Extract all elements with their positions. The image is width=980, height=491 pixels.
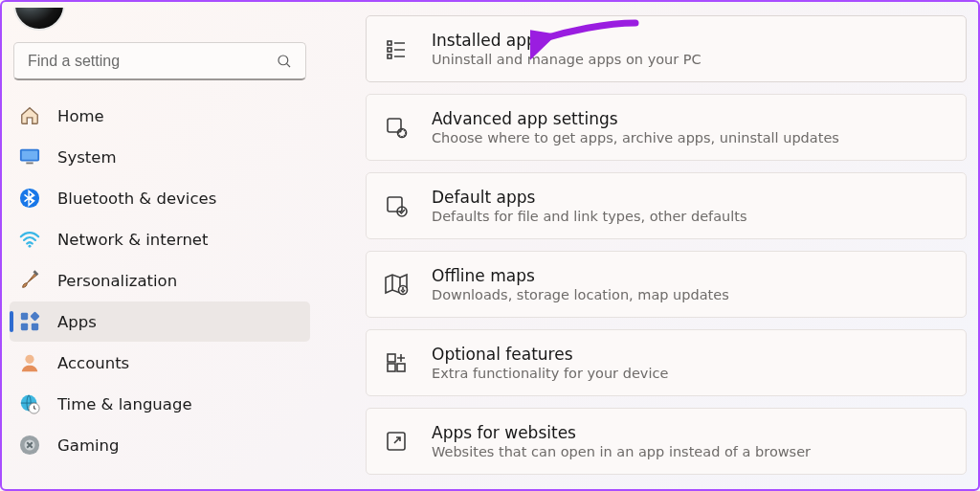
card-title: Default apps [432,188,747,207]
card-optional-features[interactable]: Optional features Extra functionality fo… [366,329,967,396]
svg-point-6 [29,245,32,248]
sidebar-item-label: Personalization [57,272,177,290]
gaming-icon [19,435,40,456]
wifi-icon [19,229,40,250]
card-subtitle: Uninstall and manage apps on your PC [432,52,702,67]
main-content: Installed apps Uninstall and manage apps… [318,2,978,489]
card-title: Apps for websites [432,423,811,442]
card-advanced-app-settings[interactable]: Advanced app settings Choose where to ge… [366,94,967,161]
sidebar-item-accounts[interactable]: Accounts [10,343,310,383]
svg-rect-8 [21,313,28,320]
sidebar-item-gaming[interactable]: Gaming [10,425,310,465]
installed-apps-icon [384,36,409,61]
svg-rect-28 [388,354,395,362]
card-subtitle: Websites that can open in an app instead… [432,444,811,459]
svg-rect-9 [30,311,39,321]
svg-rect-19 [388,48,391,52]
svg-rect-25 [388,197,402,212]
sidebar-item-home[interactable]: Home [10,96,310,136]
default-apps-icon [384,193,409,218]
paintbrush-icon [19,270,40,291]
card-title: Advanced app settings [432,109,839,128]
card-title: Installed apps [432,31,702,50]
svg-line-1 [286,63,290,67]
card-title: Offline maps [432,266,729,285]
svg-rect-10 [21,324,28,330]
user-avatar[interactable] [13,8,65,33]
sidebar-item-system[interactable]: System [10,137,310,177]
svg-rect-21 [388,55,391,58]
sidebar-item-label: Bluetooth & devices [57,190,216,208]
svg-rect-11 [32,324,38,330]
card-subtitle: Choose where to get apps, archive apps, … [432,130,839,145]
svg-rect-29 [388,364,395,371]
sidebar-item-label: Home [57,107,104,125]
system-icon [19,146,40,167]
card-subtitle: Defaults for file and link types, other … [432,209,747,224]
map-icon [384,272,409,297]
search-icon [276,53,293,70]
sidebar-item-label: Accounts [57,354,129,372]
svg-rect-4 [26,163,33,165]
bluetooth-icon [19,188,40,209]
sidebar-item-apps[interactable]: Apps [10,301,310,342]
svg-point-0 [278,56,288,65]
card-title: Optional features [432,345,668,364]
sidebar-item-label: Time & language [57,395,192,413]
svg-rect-30 [397,364,405,371]
sidebar-nav: Home System [10,96,310,465]
card-default-apps[interactable]: Default apps Defaults for file and link … [366,172,967,239]
svg-point-12 [25,355,33,364]
card-subtitle: Downloads, storage location, map updates [432,287,729,302]
sidebar-item-time-language[interactable]: Time & language [10,384,310,424]
advanced-settings-icon [384,115,409,140]
apps-icon [19,311,40,332]
home-icon [19,105,40,126]
search-input[interactable] [13,42,306,80]
card-apps-for-websites[interactable]: Apps for websites Websites that can open… [366,408,967,475]
card-offline-maps[interactable]: Offline maps Downloads, storage location… [366,251,967,318]
sidebar-item-label: Network & internet [57,231,208,249]
card-installed-apps[interactable]: Installed apps Uninstall and manage apps… [366,15,967,82]
svg-rect-3 [22,151,38,160]
svg-rect-17 [388,41,391,45]
search-container [13,42,306,80]
sidebar-item-network[interactable]: Network & internet [10,219,310,259]
accounts-icon [19,352,40,373]
sidebar-item-label: System [57,148,117,167]
sidebar-item-label: Apps [57,313,97,331]
sidebar: Home System [2,2,318,489]
optional-features-icon [384,350,409,375]
sidebar-item-personalization[interactable]: Personalization [10,260,310,301]
sidebar-item-bluetooth[interactable]: Bluetooth & devices [10,178,310,218]
sidebar-item-label: Gaming [57,436,120,455]
card-subtitle: Extra functionality for your device [432,366,668,381]
globe-clock-icon [19,393,40,414]
open-external-icon [384,429,409,454]
